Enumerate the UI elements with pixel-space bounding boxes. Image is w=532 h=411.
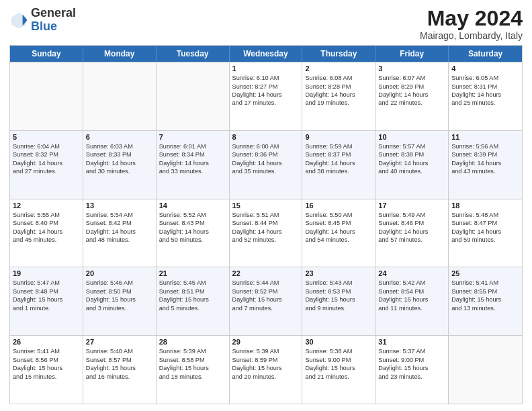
cell-info-line: Daylight: 14 hours (86, 228, 153, 236)
cell-info-line: Sunset: 8:28 PM (305, 83, 372, 91)
cell-info-line: Sunrise: 5:41 AM (13, 347, 80, 355)
cell-info-line: Daylight: 14 hours (13, 228, 80, 236)
day-number: 7 (159, 133, 226, 141)
cell-info-line: Daylight: 14 hours (451, 159, 519, 167)
calendar-row-1: 5Sunrise: 6:04 AMSunset: 8:32 PMDaylight… (10, 130, 522, 199)
cell-info-line: Sunrise: 5:40 AM (86, 347, 153, 355)
calendar-cell-17: 17Sunrise: 5:49 AMSunset: 8:46 PMDayligh… (375, 199, 449, 267)
day-number: 6 (86, 133, 153, 141)
day-number: 17 (378, 201, 445, 210)
cell-info-line: Sunset: 8:47 PM (451, 219, 519, 227)
day-number: 23 (305, 269, 372, 277)
cell-info-line: and 16 minutes. (86, 373, 153, 381)
cell-info-line: Daylight: 14 hours (378, 228, 445, 236)
cell-info-line: Sunset: 8:37 PM (305, 150, 372, 158)
header-day-tuesday: Tuesday (157, 46, 230, 62)
cell-info-line: Sunset: 8:56 PM (13, 356, 80, 364)
day-number: 12 (13, 201, 80, 210)
cell-info-line: Sunrise: 6:05 AM (451, 74, 519, 82)
day-number: 3 (378, 64, 445, 73)
day-number: 22 (232, 269, 300, 277)
cell-info-line: Sunrise: 5:39 AM (159, 347, 226, 355)
calendar-cell-6: 6Sunrise: 6:03 AMSunset: 8:33 PMDaylight… (83, 131, 157, 199)
cell-info-line: Sunrise: 5:51 AM (232, 211, 300, 219)
calendar-cell-12: 12Sunrise: 5:55 AMSunset: 8:40 PMDayligh… (10, 199, 83, 267)
cell-info-line: and 20 minutes. (232, 373, 300, 381)
calendar-cell-23: 23Sunrise: 5:43 AMSunset: 8:53 PMDayligh… (302, 267, 375, 335)
cell-info-line: Sunset: 8:46 PM (378, 219, 445, 227)
day-number: 29 (232, 338, 300, 346)
calendar-cell-10: 10Sunrise: 5:57 AMSunset: 8:38 PMDayligh… (375, 131, 449, 199)
calendar-cell-27: 27Sunrise: 5:40 AMSunset: 8:57 PMDayligh… (83, 336, 157, 404)
cell-info-line: Sunrise: 5:38 AM (305, 347, 372, 355)
calendar-cell-22: 22Sunrise: 5:44 AMSunset: 8:52 PMDayligh… (230, 267, 303, 335)
month-year: May 2024 (420, 7, 523, 30)
cell-info-line: Daylight: 15 hours (378, 364, 445, 372)
cell-info-line: Sunrise: 5:46 AM (86, 279, 153, 287)
calendar-cell-19: 19Sunrise: 5:47 AMSunset: 8:48 PMDayligh… (10, 267, 83, 335)
cell-info-line: Sunrise: 5:48 AM (451, 211, 519, 219)
cell-info-line: Daylight: 15 hours (86, 295, 153, 304)
cell-info-line: Sunset: 8:44 PM (232, 219, 300, 227)
cell-info-line: Daylight: 15 hours (378, 295, 445, 304)
calendar-cell-empty-r0-c0 (10, 62, 83, 130)
cell-info-line: Sunrise: 5:41 AM (451, 279, 519, 287)
day-number: 24 (378, 269, 445, 277)
day-number: 25 (451, 269, 519, 277)
day-number: 19 (13, 269, 80, 277)
calendar-cell-20: 20Sunrise: 5:46 AMSunset: 8:50 PMDayligh… (83, 267, 157, 335)
calendar-cell-26: 26Sunrise: 5:41 AMSunset: 8:56 PMDayligh… (10, 336, 83, 404)
calendar-row-3: 19Sunrise: 5:47 AMSunset: 8:48 PMDayligh… (10, 267, 522, 335)
calendar: SundayMondayTuesdayWednesdayThursdayFrid… (9, 45, 523, 404)
cell-info-line: and 30 minutes. (86, 167, 153, 175)
cell-info-line: Sunrise: 5:57 AM (378, 142, 445, 150)
cell-info-line: and 11 minutes. (378, 304, 445, 312)
header-day-friday: Friday (375, 46, 449, 62)
logo-general: General (31, 6, 76, 19)
logo-icon (9, 11, 28, 30)
header-day-thursday: Thursday (302, 46, 375, 62)
cell-info-line: Sunset: 8:54 PM (378, 287, 445, 295)
calendar-cell-11: 11Sunrise: 5:56 AMSunset: 8:39 PMDayligh… (449, 131, 522, 199)
cell-info-line: Sunrise: 5:54 AM (86, 211, 153, 219)
cell-info-line: Sunset: 8:52 PM (232, 287, 300, 295)
cell-info-line: Sunrise: 5:39 AM (232, 347, 300, 355)
cell-info-line: and 38 minutes. (305, 167, 372, 175)
cell-info-line: and 19 minutes. (305, 99, 372, 107)
cell-info-line: Daylight: 14 hours (451, 91, 519, 99)
cell-info-line: and 57 minutes. (378, 236, 445, 244)
calendar-body: 1Sunrise: 6:10 AMSunset: 8:27 PMDaylight… (10, 62, 522, 404)
day-number: 11 (451, 133, 519, 141)
cell-info-line: Daylight: 15 hours (305, 364, 372, 372)
cell-info-line: Sunset: 8:31 PM (451, 83, 519, 91)
cell-info-line: Sunset: 8:50 PM (86, 287, 153, 295)
cell-info-line: Sunrise: 5:50 AM (305, 211, 372, 219)
cell-info-line: Daylight: 15 hours (13, 295, 80, 304)
cell-info-line: Daylight: 15 hours (13, 364, 80, 372)
cell-info-line: Daylight: 14 hours (159, 228, 226, 236)
calendar-cell-15: 15Sunrise: 5:51 AMSunset: 8:44 PMDayligh… (230, 199, 303, 267)
cell-info-line: Sunset: 8:57 PM (86, 356, 153, 364)
cell-info-line: Daylight: 14 hours (305, 91, 372, 99)
calendar-cell-18: 18Sunrise: 5:48 AMSunset: 8:47 PMDayligh… (449, 199, 522, 267)
cell-info-line: and 52 minutes. (232, 236, 300, 244)
cell-info-line: and 33 minutes. (159, 167, 226, 175)
cell-info-line: and 40 minutes. (378, 167, 445, 175)
calendar-cell-30: 30Sunrise: 5:38 AMSunset: 9:00 PMDayligh… (302, 336, 375, 404)
calendar-cell-2: 2Sunrise: 6:08 AMSunset: 8:28 PMDaylight… (302, 62, 375, 130)
cell-info-line: Sunset: 8:27 PM (232, 83, 300, 91)
cell-info-line: Sunset: 8:59 PM (232, 356, 300, 364)
day-number: 21 (159, 269, 226, 277)
cell-info-line: Sunset: 8:39 PM (451, 150, 519, 158)
header-day-monday: Monday (83, 46, 157, 62)
logo-text: General Blue (31, 7, 76, 34)
cell-info-line: Sunrise: 5:45 AM (159, 279, 226, 287)
page: General Blue May 2024 Mairago, Lombardy,… (0, 0, 532, 411)
cell-info-line: Sunrise: 6:01 AM (159, 142, 226, 150)
cell-info-line: and 35 minutes. (232, 167, 300, 175)
cell-info-line: and 18 minutes. (159, 373, 226, 381)
day-number: 1 (232, 64, 300, 73)
calendar-cell-1: 1Sunrise: 6:10 AMSunset: 8:27 PMDaylight… (230, 62, 303, 130)
cell-info-line: Daylight: 15 hours (86, 364, 153, 372)
cell-info-line: and 54 minutes. (305, 236, 372, 244)
